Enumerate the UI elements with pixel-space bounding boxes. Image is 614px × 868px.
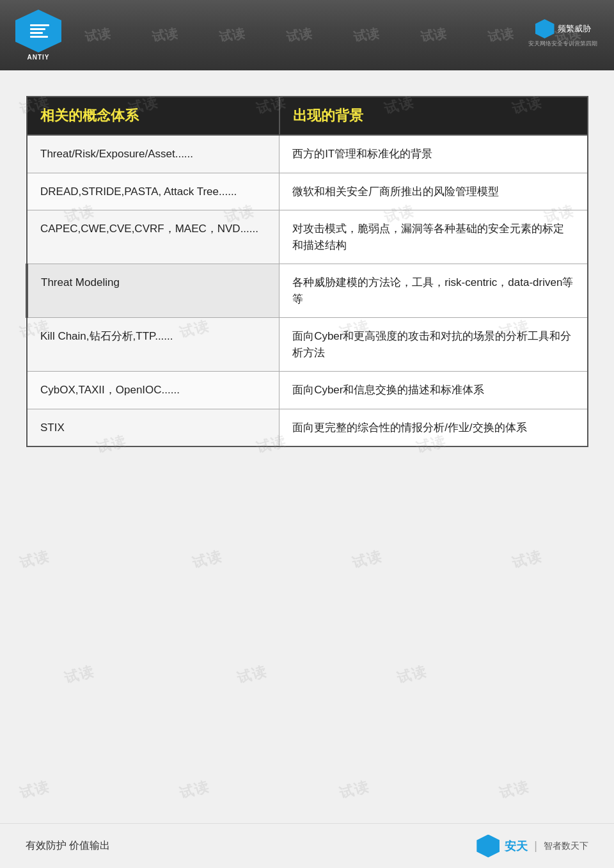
footer-brand-sub: 智者数天下: [544, 840, 588, 852]
watermark-23: 试读: [17, 777, 52, 803]
table-cell-background: 面向更完整的综合性的情报分析/作业/交换的体系: [279, 409, 588, 446]
brand-hexagon: [535, 19, 555, 38]
table-row: Threat Modeling各种威胁建模的方法论，工具，risk-centri…: [27, 264, 588, 318]
table-row: CybOX,TAXII，OpenIOC......面向Cyber和信息交换的描述…: [27, 372, 588, 409]
footer: 有效防护 价值输出 安天 | 智者数天下: [0, 823, 614, 868]
footer-hexagon: [476, 835, 500, 858]
table-cell-concept: Threat/Risk/Exposure/Asset......: [27, 135, 279, 173]
table-cell-background: 西方的IT管理和标准化的背景: [279, 135, 588, 173]
logo-lines: [28, 24, 49, 38]
header-wm-1: 试读: [83, 27, 111, 44]
logo-line-3: [30, 32, 43, 34]
table-cell-concept: Kill Chain,钻石分析,TTP......: [27, 318, 279, 372]
brand-sub-text: 安天网络安全专训营第四期: [528, 40, 597, 48]
table-cell-background: 面向Cyber和更高强度的攻击和对抗的场景的分析工具和分析方法: [279, 318, 588, 372]
footer-brand-separator: |: [534, 839, 537, 853]
table-row: CAPEC,CWE,CVE,CVRF，MAEC，NVD......对攻击模式，脆…: [27, 210, 588, 264]
logo-hexagon: [15, 10, 61, 52]
table-cell-concept: Threat Modeling: [27, 264, 279, 318]
brand-name-cn: 频繁威胁: [558, 24, 591, 35]
main-content: 相关的概念体系 出现的背景 Threat/Risk/Exposure/Asset…: [0, 70, 614, 466]
table-cell-background: 微软和相关安全厂商所推出的风险管理模型: [279, 173, 588, 210]
table-cell-background: 对攻击模式，脆弱点，漏洞等各种基础的安全元素的标定和描述结构: [279, 210, 588, 264]
header-wm-2: 试读: [150, 27, 178, 44]
header: ANTIY 试读 试读 试读 试读 试读 试读 试读 试读 频繁威胁 安天网络安…: [0, 0, 614, 70]
logo-antiy-text: ANTIY: [28, 54, 50, 61]
header-wm-4: 试读: [285, 27, 313, 44]
watermark-19: 试读: [510, 546, 544, 572]
col1-header: 相关的概念体系: [27, 97, 279, 135]
table-cell-concept: DREAD,STRIDE,PASTA, Attack Tree......: [27, 173, 279, 210]
table-row: Threat/Risk/Exposure/Asset......西方的IT管理和…: [27, 135, 588, 173]
watermark-18: 试读: [350, 546, 384, 572]
logo-line-2: [30, 28, 45, 30]
logo-line-4: [30, 36, 48, 38]
watermark-17: 试读: [190, 546, 224, 572]
table-cell-concept: CAPEC,CWE,CVE,CVRF，MAEC，NVD......: [27, 210, 279, 264]
table-cell-concept: CybOX,TAXII，OpenIOC......: [27, 372, 279, 409]
table-row: DREAD,STRIDE,PASTA, Attack Tree......微软和…: [27, 173, 588, 210]
footer-logo: 安天 | 智者数天下: [476, 835, 588, 858]
watermark-25: 试读: [337, 777, 372, 803]
logo-line-1: [30, 24, 49, 26]
header-wm-6: 试读: [419, 27, 447, 44]
col2-header: 出现的背景: [279, 97, 588, 135]
header-wm-7: 试读: [486, 27, 514, 44]
header-brand: 频繁威胁 安天网络安全专训营第四期: [524, 10, 601, 58]
table-cell-background: 面向Cyber和信息交换的描述和标准体系: [279, 372, 588, 409]
concept-table: 相关的概念体系 出现的背景 Threat/Risk/Exposure/Asset…: [26, 96, 588, 447]
table-cell-concept: STIX: [27, 409, 279, 446]
watermark-24: 试读: [177, 777, 212, 803]
footer-brand-antiy: 安天: [505, 839, 528, 854]
footer-slogan: 有效防护 价值输出: [26, 839, 110, 853]
header-wm-3: 试读: [217, 27, 246, 44]
watermark-22: 试读: [395, 661, 429, 688]
table-cell-background: 各种威胁建模的方法论，工具，risk-centric，data-driven等等: [279, 264, 588, 318]
header-wm-5: 试读: [352, 27, 380, 44]
table-row: Kill Chain,钻石分析,TTP......面向Cyber和更高强度的攻击…: [27, 318, 588, 372]
watermark-26: 试读: [497, 777, 531, 803]
table-header-row: 相关的概念体系 出现的背景: [27, 97, 588, 135]
watermark-16: 试读: [17, 546, 52, 572]
header-logo: ANTIY: [13, 10, 64, 61]
brand-cn-text: 频繁威胁: [558, 24, 591, 35]
table-row: STIX面向更完整的综合性的情报分析/作业/交换的体系: [27, 409, 588, 446]
header-watermarks: 试读 试读 试读 试读 试读 试读 试读 试读: [64, 27, 601, 44]
watermark-20: 试读: [62, 661, 97, 688]
brand-logo-area: 频繁威胁: [535, 19, 591, 38]
watermark-21: 试读: [235, 661, 269, 688]
